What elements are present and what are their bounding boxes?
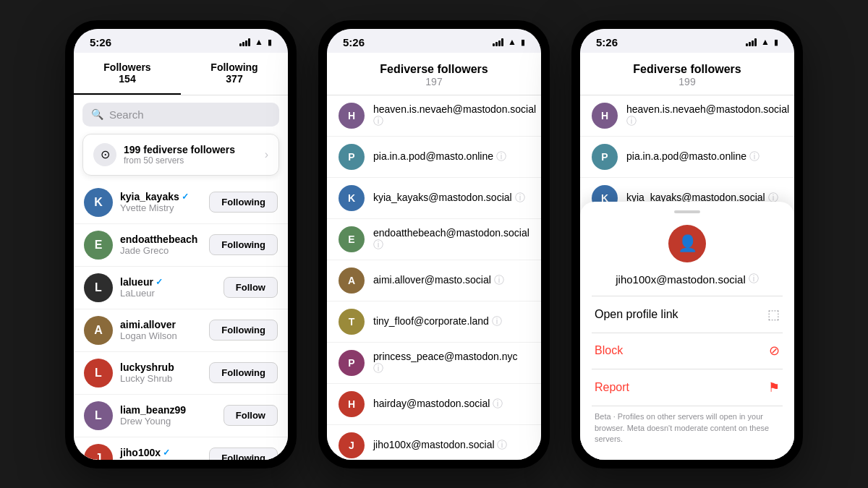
- fedi-user-row[interactable]: Hheaven.is.nevaeh@mastodon.social ⓘ: [580, 95, 794, 137]
- phone-1: 5:26 ▲ ▮ Followers 154 Fol: [65, 20, 297, 468]
- search-bar[interactable]: 🔍 Search: [82, 103, 279, 127]
- time-2: 5:26: [343, 36, 365, 48]
- fedi-user-handle: heaven.is.nevaeh@mastodon.social ⓘ: [626, 103, 789, 128]
- fediverse-title: 199 fediverse followers: [124, 144, 258, 155]
- battery-icon-2: ▮: [521, 38, 525, 47]
- user-display-name: LaLueur: [120, 288, 216, 299]
- wifi-icon-3: ▲: [761, 37, 770, 47]
- user-handle: aimi.allover: [120, 319, 202, 330]
- tab-followers[interactable]: Followers 154: [74, 53, 181, 95]
- following-button[interactable]: Following: [209, 448, 278, 460]
- fedi-user-handle: princess_peace@mastodon.nyc ⓘ: [373, 351, 529, 375]
- fedi-list-header-2: Fediverse followers 197: [327, 53, 541, 95]
- avatar: P: [339, 350, 365, 376]
- fedi-user-handle: aimi.allover@masto.social ⓘ: [373, 274, 504, 287]
- user-display-name: Drew Young: [120, 416, 216, 427]
- status-icons-2: ▲ ▮: [493, 37, 525, 47]
- follower-row: Jjiho100x✓Cassandra TaylorFollowing: [74, 437, 288, 460]
- verified-badge-icon: ✓: [156, 277, 163, 287]
- wifi-icon-2: ▲: [508, 37, 516, 47]
- phone-2: 5:26 ▲ ▮ Fediverse followers 197 Hheaven…: [318, 20, 550, 468]
- block-label: Block: [595, 344, 623, 357]
- info-icon: ⓘ: [765, 192, 778, 203]
- fedi-user-row[interactable]: Aaimi.allover@masto.social ⓘ: [327, 260, 541, 301]
- user-info: jiho100x✓Cassandra Taylor: [120, 447, 202, 460]
- fedi-user-row[interactable]: Kkyia_kayaks@mastodon.social ⓘ: [327, 178, 541, 219]
- fediverse-followers-list-2: Hheaven.is.nevaeh@mastodon.social ⓘPpia.…: [327, 95, 541, 460]
- following-button[interactable]: Following: [209, 234, 278, 255]
- tab-following-label: Following: [187, 61, 282, 73]
- following-button[interactable]: Following: [209, 320, 278, 341]
- tab-following[interactable]: Following 377: [181, 53, 288, 95]
- fedi-user-handle: endoatthebeach@mastodon.social ⓘ: [373, 227, 529, 252]
- avatar: E: [84, 231, 113, 260]
- following-button[interactable]: Following: [209, 362, 278, 383]
- info-icon: ⓘ: [512, 192, 525, 203]
- avatar: P: [592, 144, 618, 170]
- status-icons-1: ▲ ▮: [239, 37, 272, 47]
- signal-icon-3: [746, 38, 757, 46]
- fedi-user-row[interactable]: Ppia.in.a.pod@masto.online ⓘ: [580, 137, 794, 178]
- search-icon: 🔍: [91, 108, 103, 120]
- info-icon: ⓘ: [489, 315, 502, 327]
- followers-list: Kkyia_kayaks✓Yvette MistryFollowingEendo…: [74, 181, 288, 460]
- sheet-beta-text: Beta · Profiles on other servers will op…: [580, 406, 794, 445]
- status-bar-3: 5:26 ▲ ▮: [580, 29, 794, 53]
- follow-button[interactable]: Follow: [224, 277, 278, 298]
- wifi-icon: ▲: [255, 37, 263, 47]
- tabs-header: Followers 154 Following 377: [74, 53, 288, 95]
- follower-row: Aaimi.alloverLogan WilsonFollowing: [74, 309, 288, 352]
- report-icon: ⚑: [768, 380, 780, 395]
- fedi-user-row[interactable]: Ppia.in.a.pod@masto.online ⓘ: [327, 137, 541, 178]
- open-profile-label: Open profile link: [595, 308, 678, 321]
- info-icon: ⓘ: [495, 439, 508, 450]
- fedi-user-handle: jiho100x@mastodon.social ⓘ: [373, 439, 507, 452]
- report-action[interactable]: Report ⚑: [580, 369, 794, 406]
- user-handle: endoatthebeach: [120, 234, 202, 245]
- open-profile-action[interactable]: Open profile link ⬚: [580, 296, 794, 333]
- fedi-user-handle: tiny_floof@corporate.land ⓘ: [373, 315, 502, 328]
- signal-icon: [239, 38, 250, 46]
- follow-button[interactable]: Follow: [224, 405, 278, 426]
- user-display-name: Jade Greco: [120, 245, 202, 256]
- tab-followers-count: 154: [80, 73, 175, 85]
- fediverse-icon: ⊙: [93, 143, 116, 166]
- fedi-user-row[interactable]: Jjiho100x@mastodon.social ⓘ: [327, 425, 541, 460]
- user-info: aimi.alloverLogan Wilson: [120, 319, 202, 341]
- block-action[interactable]: Block ⊘: [580, 333, 794, 369]
- avatar: L: [84, 401, 113, 430]
- info-icon: ⓘ: [373, 362, 383, 374]
- status-bar-2: 5:26 ▲ ▮: [327, 29, 541, 53]
- fedi-user-row[interactable]: Pprincess_peace@mastodon.nyc ⓘ: [327, 343, 541, 384]
- follower-row: Lliam_beanz99Drew YoungFollow: [74, 395, 288, 437]
- fedi-user-row[interactable]: Eendoatthebeach@mastodon.social ⓘ: [327, 219, 541, 260]
- fedi-user-row[interactable]: Hhairday@mastodon.social ⓘ: [327, 384, 541, 425]
- fedi-user-row[interactable]: Hheaven.is.nevaeh@mastodon.social ⓘ: [327, 95, 541, 137]
- verified-badge-icon: ✓: [163, 448, 170, 458]
- avatar: P: [339, 144, 365, 170]
- following-button[interactable]: Following: [209, 192, 278, 213]
- avatar: L: [84, 359, 113, 388]
- fedi-user-handle: heaven.is.nevaeh@mastodon.social ⓘ: [373, 103, 536, 128]
- avatar: A: [339, 267, 365, 294]
- avatar: L: [84, 273, 113, 302]
- fedi-user-row[interactable]: Ttiny_floof@corporate.land ⓘ: [327, 301, 541, 343]
- time-1: 5:26: [90, 36, 111, 48]
- block-icon: ⊘: [769, 343, 780, 359]
- avatar: J: [339, 432, 365, 458]
- user-info: kyia_kayaks✓Yvette Mistry: [120, 191, 202, 213]
- status-bar-1: 5:26 ▲ ▮: [74, 29, 288, 53]
- fediverse-banner[interactable]: ⊙ 199 fediverse followers from 50 server…: [82, 134, 279, 176]
- phone-3: 5:26 ▲ ▮ Fediverse followers 199 Hhea: [571, 20, 803, 468]
- follower-row: EendoatthebeachJade GrecoFollowing: [74, 224, 288, 267]
- user-info: luckyshrubLucky Shrub: [120, 361, 202, 384]
- action-sheet-screen: Fediverse followers 199 Hheaven.is.nevae…: [580, 53, 794, 460]
- user-handle: jiho100x✓: [120, 447, 202, 458]
- user-info: liam_beanz99Drew Young: [120, 404, 216, 427]
- fedi-list-screen-2: Fediverse followers 197 Hheaven.is.nevae…: [327, 53, 541, 460]
- info-icon: ⓘ: [491, 274, 504, 286]
- fediverse-subtitle: from 50 servers: [124, 155, 258, 166]
- fedi-user-handle: pia.in.a.pod@masto.online ⓘ: [626, 150, 760, 163]
- sheet-username-info-icon: ⓘ: [749, 273, 759, 286]
- sheet-avatar-container: 👤: [580, 225, 794, 262]
